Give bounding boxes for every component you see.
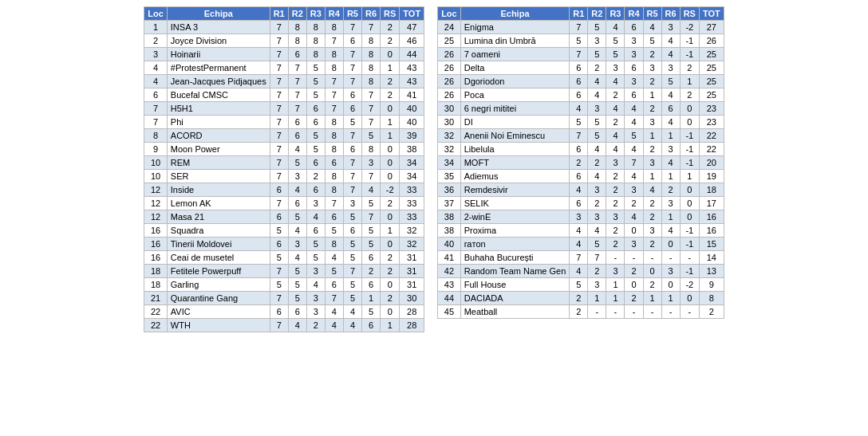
table-cell: 5: [361, 197, 380, 210]
table-cell: 5: [306, 75, 325, 88]
table-cell: 33: [400, 210, 424, 224]
table-cell: -2: [680, 278, 699, 292]
table-cell: 4: [361, 183, 380, 197]
table-cell: 6: [288, 116, 306, 129]
table-cell: 6: [570, 143, 588, 156]
table-cell: 3: [588, 102, 606, 116]
table-row: 4Jean-Jacques Pidjaques775778243: [144, 75, 424, 88]
column-header-tot: TOT: [400, 7, 424, 21]
table-cell: Inside: [167, 183, 270, 197]
table-cell: 4: [625, 102, 643, 116]
table-cell: 8: [361, 75, 380, 88]
table-cell: 32: [438, 143, 461, 156]
table-cell: 22: [144, 305, 168, 319]
table-row: 45Meatball2------2: [438, 305, 724, 319]
table-cell: 10: [144, 156, 168, 170]
table-cell: 3: [306, 292, 325, 305]
table-cell: ACORD: [167, 129, 270, 143]
table-cell: 2: [306, 319, 325, 332]
table-row: 22AVIC663445028: [144, 305, 424, 319]
table-cell: 31: [400, 278, 424, 292]
table-cell: 0: [680, 183, 699, 197]
table-cell: 6: [288, 129, 306, 143]
table-cell: 15: [699, 238, 724, 251]
table-cell: 28: [400, 319, 424, 332]
table-cell: 5: [588, 238, 606, 251]
table-cell: 8: [325, 183, 343, 197]
table-cell: 3: [625, 75, 643, 88]
table-cell: 3: [625, 48, 643, 61]
table-cell: 0: [381, 156, 400, 170]
table-cell: Jean-Jacques Pidjaques: [167, 75, 270, 88]
table-cell: 7: [343, 48, 361, 61]
table-cell: 0: [643, 265, 661, 278]
table-cell: 8: [325, 143, 343, 156]
table-cell: 30: [438, 116, 461, 129]
table-cell: 45: [438, 305, 461, 319]
table-cell: 25: [699, 61, 724, 75]
table-cell: 26: [699, 34, 724, 48]
table-cell: 24: [438, 21, 461, 34]
table-cell: 5: [570, 278, 588, 292]
table-cell: 26: [438, 61, 461, 75]
table-cell: 7: [588, 251, 606, 265]
table-cell: Bucefal CMSC: [167, 88, 270, 102]
table-cell: 6: [270, 305, 288, 319]
table-cell: 3: [643, 156, 661, 170]
table-cell: 8: [325, 170, 343, 183]
table-cell: 4: [661, 34, 680, 48]
table-cell: 5: [661, 75, 680, 88]
table-cell: 12: [144, 183, 168, 197]
table-cell: 0: [381, 210, 400, 224]
table-cell: -1: [680, 48, 699, 61]
table-cell: 6: [570, 61, 588, 75]
table-cell: 2: [606, 238, 625, 251]
table-cell: Full House: [460, 278, 570, 292]
table-cell: 7: [270, 292, 288, 305]
table-cell: 4: [661, 156, 680, 170]
table-cell: Adiemus: [460, 170, 570, 183]
table-cell: 25: [699, 48, 724, 61]
table-cell: 2: [381, 265, 400, 278]
column-header-r1: R1: [570, 7, 588, 21]
table-cell: 7: [270, 116, 288, 129]
column-header-echipa: Echipa: [460, 7, 570, 21]
table-cell: 7: [343, 21, 361, 34]
table-row: 25Lumina din Umbră535354-126: [438, 34, 724, 48]
table-cell: 7: [270, 75, 288, 88]
table-row: 44DACIADA21121108: [438, 292, 724, 305]
table-row: 7Phi766857140: [144, 116, 424, 129]
table-row: 16Squadra546565132: [144, 224, 424, 238]
table-cell: 18: [699, 183, 724, 197]
table-cell: 8: [361, 48, 380, 61]
table-cell: 8: [325, 21, 343, 34]
table-cell: 27: [699, 21, 724, 34]
table-cell: 4: [661, 48, 680, 61]
table-cell: -1: [680, 224, 699, 238]
column-header-loc: Loc: [438, 7, 461, 21]
table-row: 306 negri mititei434426023: [438, 102, 724, 116]
table-cell: 6: [343, 88, 361, 102]
table-cell: 1: [661, 170, 680, 183]
table-cell: Anenii Noi Eminescu: [460, 129, 570, 143]
table-cell: 8: [288, 34, 306, 48]
table-cell: 5: [306, 61, 325, 75]
table-cell: 7: [570, 251, 588, 265]
column-header-r1: R1: [270, 7, 288, 21]
table-cell: 1: [643, 292, 661, 305]
table-cell: 3: [306, 197, 325, 210]
table-cell: 7: [343, 61, 361, 75]
table-cell: 23: [699, 102, 724, 116]
table-cell: 14: [699, 251, 724, 265]
column-header-r2: R2: [288, 7, 306, 21]
table-row: 8ACORD765875139: [144, 129, 424, 143]
table-cell: 5: [588, 48, 606, 61]
table-cell: 4: [570, 102, 588, 116]
table-cell: 28: [400, 305, 424, 319]
table-cell: 5: [270, 251, 288, 265]
table-cell: 3: [643, 224, 661, 238]
table-cell: 4: [343, 319, 361, 332]
table-cell: 4: [288, 251, 306, 265]
table-cell: 25: [438, 34, 461, 48]
table-row: 26Dgoriodon644325125: [438, 75, 724, 88]
